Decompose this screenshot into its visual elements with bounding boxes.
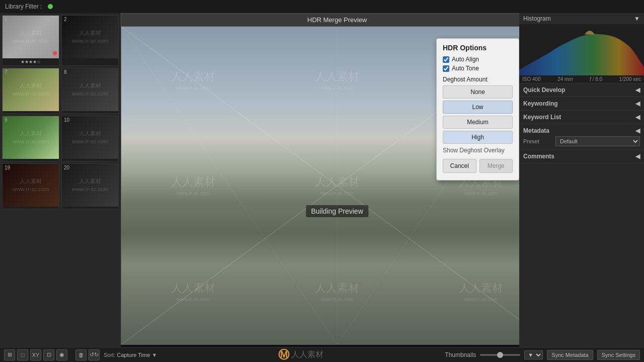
keyword-list-header[interactable]: Keyword List ◀	[523, 114, 640, 121]
thumbnail-image: 人人素材www.rr-sc.com	[62, 164, 118, 207]
thumb-number: 19	[5, 165, 10, 170]
watermark-overlay: 人人素材www.rr-sc.com	[3, 68, 59, 111]
hdr-options-title: HDR Options	[443, 44, 513, 52]
star-rating: ★★★★☆	[3, 58, 59, 65]
action-icons: 🗑 ↺↻	[75, 349, 100, 360]
list-item[interactable]: 人人素材www.rr-sc.com 10	[61, 116, 119, 161]
hdr-options-dialog: HDR Options Auto Align Auto Tone Deghost…	[436, 38, 519, 180]
deghost-low-button[interactable]: Low	[443, 101, 513, 114]
keywording-section: Keywording ◀	[519, 97, 644, 111]
deghost-amount-label: Deghost Amount	[443, 76, 513, 83]
metadata-section: Metadata ◀ Preset Default	[519, 124, 644, 150]
deghost-none-button[interactable]: None	[443, 85, 513, 99]
auto-align-checkbox[interactable]	[443, 56, 449, 63]
merge-button[interactable]: Merge	[479, 159, 513, 173]
sync-settings-button[interactable]: Sync Settings	[597, 350, 640, 360]
hdr-action-row: Cancel Merge	[443, 159, 513, 173]
thumbnail-size-dropdown[interactable]: ▼	[524, 350, 543, 359]
histogram-section: Histogram ▼	[519, 13, 644, 83]
thumbnail-image: 人人素材www.rr-sc.com	[62, 16, 118, 58]
auto-tone-row: Auto Tone	[443, 65, 513, 72]
thumbnail-size-slider[interactable]	[480, 354, 520, 356]
watermark-cell: 人人素材 www.rr-sc.com	[121, 238, 265, 344]
keyword-list-label: Keyword List	[523, 114, 561, 121]
library-filter-label: Library Filter :	[5, 3, 42, 10]
thumbnail-image: 人人素材www.rr-sc.com	[3, 116, 59, 159]
histogram-expand-icon[interactable]: ▼	[634, 15, 640, 22]
survey-view-icon[interactable]: ⊡	[43, 349, 54, 360]
quick-develop-section: Quick Develop ◀	[519, 83, 644, 97]
loupe-view-icon[interactable]: □	[17, 349, 28, 360]
status-dot	[48, 4, 53, 9]
comments-section: Comments ◀	[519, 150, 644, 163]
slider-thumb	[497, 352, 503, 358]
building-preview-label: Building Preview	[306, 205, 368, 217]
comments-arrow: ◀	[635, 153, 640, 160]
watermark-overlay: 人人素材www.rr-sc.com	[3, 16, 59, 58]
thumbnail-image: 人人素材www.rr-sc.com	[3, 68, 59, 111]
thumb-number: 1	[5, 17, 8, 22]
list-item[interactable]: 人人素材www.rr-sc.com 19	[2, 163, 59, 209]
watermark-overlay: 人人素材www.rr-sc.com	[62, 16, 118, 58]
iso-value: ISO 400	[522, 76, 541, 82]
rotate-icon[interactable]: ↺↻	[89, 349, 100, 360]
metadata-arrow: ◀	[635, 127, 640, 134]
right-panel: Histogram ▼	[519, 13, 644, 347]
keyword-list-arrow: ◀	[635, 114, 640, 121]
list-item[interactable]: 人人素材www.rr-sc.com 1 ★★★★☆	[2, 15, 59, 66]
watermark-overlay: 人人素材www.rr-sc.com	[62, 164, 118, 207]
list-item[interactable]: 人人素材www.rr-sc.com 20	[61, 163, 119, 209]
star-rating	[62, 58, 118, 60]
aperture-value: f / 8.0	[590, 76, 602, 82]
svg-line-2	[121, 27, 337, 344]
sort-label: Sort: Capture Time ▼	[104, 352, 157, 358]
star-rating	[3, 159, 59, 161]
comments-header[interactable]: Comments ◀	[523, 153, 640, 160]
sort-value[interactable]: Capture Time	[117, 352, 150, 358]
camera-icon[interactable]: ◉	[56, 349, 67, 360]
quick-develop-header[interactable]: Quick Develop ◀	[523, 86, 640, 94]
list-item[interactable]: 人人素材www.rr-sc.com 8	[61, 68, 119, 114]
keywording-header[interactable]: Keywording ◀	[523, 100, 640, 107]
watermark-cell: 人人素材 www.rr-sc.com	[409, 238, 519, 344]
watermark-overlay: 人人素材www.rr-sc.com	[62, 116, 118, 159]
deghost-high-button[interactable]: High	[443, 131, 513, 144]
histogram-info: ISO 400 24 mm f / 8.0 1/200 sec	[519, 75, 644, 83]
watermark-cell: 人人素材 www.rr-sc.com	[265, 133, 409, 239]
thumb-number: 7	[5, 69, 8, 75]
histogram-svg	[519, 24, 644, 75]
list-item[interactable]: 人人素材www.rr-sc.com 9	[2, 116, 59, 161]
keywording-label: Keywording	[523, 100, 558, 107]
metadata-header[interactable]: Metadata ◀	[523, 127, 640, 134]
delete-icon[interactable]: 🗑	[75, 349, 87, 360]
auto-align-label: Auto Align	[452, 56, 479, 63]
list-item[interactable]: 人人素材www.rr-sc.com 7	[2, 68, 59, 114]
list-item[interactable]: 人人素材www.rr-sc.com 2	[61, 15, 119, 66]
star-rating	[3, 207, 59, 209]
preview-titlebar: HDR Merge Preview	[121, 14, 519, 27]
grid-view-icon[interactable]: ⊞	[4, 349, 15, 360]
thumbnail-image: 人人素材www.rr-sc.com	[3, 164, 59, 207]
left-panel: 人人素材www.rr-sc.com 1 ★★★★☆ 人人素材www.rr-sc.…	[0, 13, 121, 347]
thumb-number: 10	[64, 117, 69, 123]
auto-tone-label: Auto Tone	[452, 65, 479, 72]
histogram-label: Histogram	[523, 15, 551, 22]
thumbnails-label: Thumbnails	[445, 351, 476, 358]
histogram-header: Histogram ▼	[519, 13, 644, 24]
thumbnail-image: 人人素材www.rr-sc.com	[3, 16, 59, 58]
compare-view-icon[interactable]: XY	[30, 349, 41, 360]
watermark-cell: 人人素材 www.rr-sc.com	[121, 27, 265, 133]
star-rating	[62, 207, 118, 209]
metadata-preset-select[interactable]: Default	[555, 136, 640, 146]
bottom-right-controls: Thumbnails ▼ Sync Metadata Sync Settings	[445, 350, 640, 360]
cancel-button[interactable]: Cancel	[443, 159, 476, 173]
watermark-cell: 人人素材 www.rr-sc.com	[265, 27, 409, 133]
metadata-preset-row: Preset Default	[523, 136, 640, 146]
sync-metadata-button[interactable]: Sync Metadata	[547, 350, 593, 360]
auto-tone-checkbox[interactable]	[443, 65, 449, 72]
metadata-label: Metadata	[523, 127, 549, 134]
thumb-number: 20	[64, 165, 69, 170]
thumbnail-image: 人人素材www.rr-sc.com	[62, 68, 118, 111]
logo-icon: Ⓜ	[278, 347, 289, 363]
deghost-medium-button[interactable]: Medium	[443, 116, 513, 129]
